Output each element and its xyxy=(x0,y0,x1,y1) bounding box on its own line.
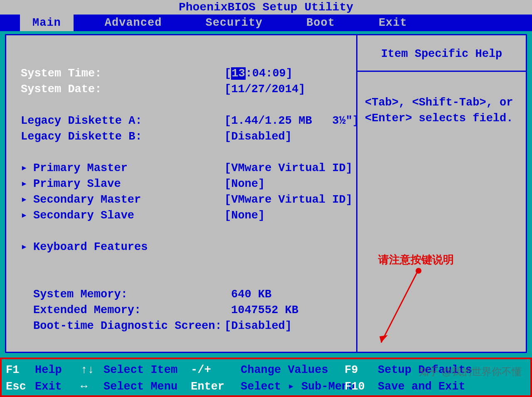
system-memory-row: System Memory: 640 KB xyxy=(21,287,352,302)
system-memory-value: 640 KB xyxy=(224,287,271,302)
help-line-1: <Tab>, <Shift-Tab>, or xyxy=(365,95,518,110)
primary-master-value: VMware Virtual ID xyxy=(231,162,345,174)
key-enter: Enter xyxy=(191,378,241,395)
menu-bar: Main Advanced Security Boot Exit xyxy=(0,15,532,31)
help-pane: Item Specific Help <Tab>, <Shift-Tab>, o… xyxy=(357,35,526,352)
system-date-row[interactable]: System Date: [11/27/2014] xyxy=(21,81,352,97)
help-title: Item Specific Help xyxy=(357,35,526,72)
extended-memory-label: Extended Memory: xyxy=(21,302,224,318)
main-pane: System Time: [13:04:09] System Date: [11… xyxy=(6,35,357,352)
primary-slave-label: Primary Slave xyxy=(33,178,121,190)
tab-exit[interactable]: Exit xyxy=(366,15,420,31)
system-time-rest: :04:09 xyxy=(246,67,286,80)
leftright-icon: ↔ xyxy=(81,378,103,395)
updown-icon: ↑↓ xyxy=(81,362,103,378)
secondary-slave-value: None xyxy=(231,209,258,222)
system-time-label: System Time: xyxy=(21,66,224,81)
watermark: 知乎 @我的世界你不懂 xyxy=(419,365,522,378)
boot-diag-label: Boot-time Diagnostic Screen: xyxy=(21,318,224,334)
primary-master-label: Primary Master xyxy=(33,162,128,174)
key-f10: F10 xyxy=(345,378,378,395)
boot-diag-value: Disabled xyxy=(231,320,285,332)
key-f9: F9 xyxy=(345,362,378,378)
annotation-text: 请注意按键说明 xyxy=(378,252,454,267)
annotation-dot-icon xyxy=(416,268,421,274)
help-line-2: <Enter> selects field. xyxy=(365,110,518,126)
chevron-right-icon: ▸ xyxy=(288,380,294,393)
content-area: System Time: [13:04:09] System Date: [11… xyxy=(5,34,527,353)
help-body: <Tab>, <Shift-Tab>, or <Enter> selects f… xyxy=(357,72,526,130)
keyboard-features-row[interactable]: ▸Keyboard Features xyxy=(21,239,352,255)
legacy-b-value: Disabled xyxy=(231,130,285,143)
tab-boot[interactable]: Boot xyxy=(294,15,347,31)
chevron-right-icon: ▸ xyxy=(21,208,33,223)
save-exit-label: Save and Exit xyxy=(378,378,466,395)
extended-memory-row: Extended Memory: 1047552 KB xyxy=(21,302,352,318)
secondary-master-label: Secondary Master xyxy=(33,194,141,206)
select-label: Select xyxy=(241,380,281,393)
legacy-a-row[interactable]: Legacy Diskette A: [1.44/1.25 MB 3½"] xyxy=(21,113,352,129)
secondary-slave-row[interactable]: ▸Secondary Slave [None] xyxy=(21,208,352,223)
system-time-row[interactable]: System Time: [13:04:09] xyxy=(21,66,352,81)
tab-advanced[interactable]: Advanced xyxy=(92,15,175,31)
secondary-slave-label: Secondary Slave xyxy=(33,209,134,222)
boot-diag-row[interactable]: Boot-time Diagnostic Screen: [Disabled] xyxy=(21,318,352,334)
help-label: Help xyxy=(35,362,81,378)
tab-main[interactable]: Main xyxy=(20,15,74,31)
exit-label: Exit xyxy=(35,378,81,395)
system-memory-label: System Memory: xyxy=(21,287,224,302)
primary-master-row[interactable]: ▸Primary Master [VMware Virtual ID] xyxy=(21,160,352,176)
key-plusminus: -/+ xyxy=(191,362,241,378)
system-date-value: 11/27/2014 xyxy=(231,83,298,96)
legacy-b-row[interactable]: Legacy Diskette B: [Disabled] xyxy=(21,129,352,145)
key-esc: Esc xyxy=(3,378,35,395)
chevron-right-icon: ▸ xyxy=(21,160,33,176)
system-date-label: System Date: xyxy=(21,81,224,97)
legacy-b-label: Legacy Diskette B: xyxy=(21,129,224,145)
select-item-label: Select Item xyxy=(103,362,191,378)
key-f1: F1 xyxy=(3,362,35,378)
legacy-a-label: Legacy Diskette A: xyxy=(21,113,224,129)
extended-memory-value: 1047552 KB xyxy=(224,302,298,318)
primary-slave-row[interactable]: ▸Primary Slave [None] xyxy=(21,176,352,192)
primary-slave-value: None xyxy=(231,178,258,190)
chevron-right-icon: ▸ xyxy=(21,176,33,192)
chevron-right-icon: ▸ xyxy=(21,239,33,255)
keyboard-features-label: Keyboard Features xyxy=(33,241,148,253)
secondary-master-value: VMware Virtual ID xyxy=(231,194,345,206)
chevron-right-icon: ▸ xyxy=(21,192,33,208)
legacy-a-value: 1.44/1.25 MB 3½" xyxy=(231,115,352,127)
window-title: PhoenixBIOS Setup Utility xyxy=(0,0,532,15)
secondary-master-row[interactable]: ▸Secondary Master [VMware Virtual ID] xyxy=(21,192,352,208)
system-time-hours[interactable]: 13 xyxy=(231,67,245,80)
change-values-label: Change Values xyxy=(241,362,345,378)
select-menu-label: Select Menu xyxy=(103,378,191,395)
tab-security[interactable]: Security xyxy=(193,15,275,31)
